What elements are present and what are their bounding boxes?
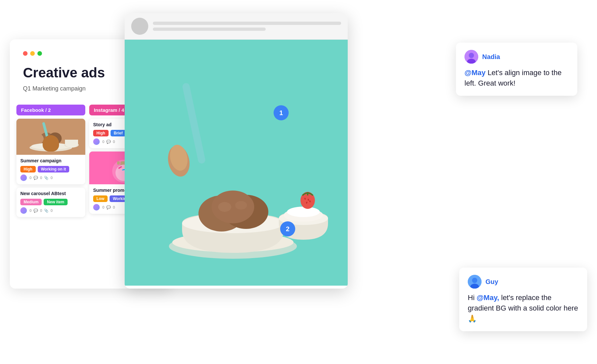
tag-low[interactable]: Low [93, 195, 108, 202]
svg-point-5 [49, 132, 62, 144]
browser-line-2 [153, 28, 266, 31]
browser-line-1 [153, 22, 341, 25]
tag-new-item[interactable]: New item [44, 199, 68, 205]
guy-name: Guy [485, 278, 498, 286]
new-carousel-footer: 0 💬 0 📎 0 [20, 207, 81, 214]
facebook-column: Facebook / 2 [16, 105, 85, 220]
ice-cream-svg [125, 40, 348, 286]
browser-bar [125, 13, 348, 40]
summer-campaign-image [16, 119, 85, 155]
avatar-sm-2 [20, 207, 27, 214]
card-stats-4: 0 💬 0 [102, 205, 115, 210]
nadia-comment-text: @May Let's align image to the left. Grea… [464, 68, 569, 89]
annotation-1-number: 1 [279, 109, 283, 117]
new-carousel-title: New carousel ABtest [20, 191, 81, 196]
guy-comment-header: Guy [468, 275, 579, 289]
svg-rect-14 [117, 161, 120, 165]
main-scene: Creative ads Q1 Marketing campaign Faceb… [0, 0, 597, 364]
traffic-light-red[interactable] [23, 51, 28, 56]
svg-point-44 [472, 278, 477, 283]
tag-medium[interactable]: Medium [20, 199, 42, 205]
image-area: 1 2 [125, 40, 348, 286]
comment-nadia: Nadia @May Let's align image to the left… [456, 43, 577, 96]
svg-point-29 [212, 191, 254, 223]
card-stats: 0 💬 0 📎 0 [30, 176, 52, 180]
summer-campaign-footer: 0 💬 0 📎 0 [20, 174, 81, 181]
svg-rect-8 [65, 140, 78, 144]
summer-campaign-title: Summer campaign [20, 158, 81, 163]
card-stats-2: 0 💬 0 📎 0 [30, 209, 52, 213]
new-carousel-card[interactable]: New carousel ABtest Medium New item 0 💬 [16, 188, 85, 217]
svg-point-37 [308, 199, 309, 201]
avatar-sm-3 [93, 138, 100, 145]
instagram-column-label: Instagram / 4 [94, 107, 124, 113]
svg-point-30 [218, 202, 231, 212]
guy-avatar [468, 275, 482, 289]
summer-campaign-card[interactable]: Summer campaign High Working on it 0 💬 [16, 119, 85, 184]
tag-brief[interactable]: Brief [111, 130, 126, 136]
tag-high[interactable]: High [20, 166, 36, 172]
nadia-avatar [464, 50, 478, 64]
svg-point-2 [31, 143, 71, 150]
browser-avatar [131, 18, 148, 35]
nadia-mention[interactable]: @May [464, 69, 485, 77]
nadia-comment-header: Nadia [464, 50, 569, 64]
facebook-column-header[interactable]: Facebook / 2 [16, 105, 85, 115]
svg-point-41 [469, 53, 474, 58]
avatar-sm-4 [93, 204, 100, 211]
card-stats-3: 0 💬 0 [102, 140, 115, 144]
svg-point-34 [287, 207, 320, 217]
new-carousel-body: New carousel ABtest Medium New item 0 💬 [16, 188, 85, 217]
summer-campaign-tags: High Working on it [20, 166, 81, 172]
traffic-light-green[interactable] [37, 51, 42, 56]
svg-point-31 [235, 201, 247, 210]
guy-comment-before: Hi [468, 293, 477, 302]
new-carousel-tags: Medium New item [20, 199, 81, 205]
center-panel: 1 2 [125, 13, 348, 289]
nadia-name: Nadia [482, 53, 500, 61]
guy-comment-text: Hi @May, let's replace the gradient BG w… [468, 293, 579, 324]
tag-working-on-it[interactable]: Working on it [38, 166, 69, 172]
avatar-sm [20, 174, 27, 181]
svg-rect-0 [16, 119, 85, 155]
browser-lines [153, 22, 341, 31]
guy-mention[interactable]: @May, [477, 293, 499, 302]
annotation-2[interactable]: 2 [280, 221, 295, 236]
comment-guy: Guy Hi @May, let's replace the gradient … [459, 268, 587, 331]
annotation-2-number: 2 [286, 225, 289, 233]
facebook-column-label: Facebook / 2 [21, 107, 51, 113]
annotation-1[interactable]: 1 [274, 105, 289, 120]
tag-high-ig[interactable]: High [93, 130, 109, 136]
traffic-light-yellow[interactable] [30, 51, 35, 56]
summer-campaign-body: Summer campaign High Working on it 0 💬 [16, 155, 85, 184]
